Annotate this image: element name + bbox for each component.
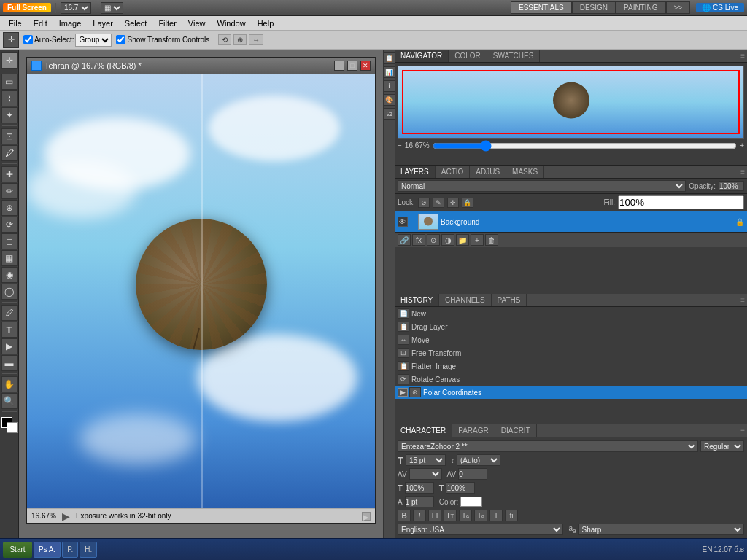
scale-h-input[interactable] xyxy=(405,482,434,494)
panel-menu-btn-4[interactable]: ≡ xyxy=(738,424,747,437)
tab-character[interactable]: CHARACTER xyxy=(395,424,452,437)
lock-transparent-btn[interactable]: ⊘ xyxy=(418,198,430,208)
panel-menu-btn-3[interactable]: ≡ xyxy=(738,294,747,306)
tab-essentials[interactable]: ESSENTIALS xyxy=(511,1,572,14)
tab-more[interactable]: >> xyxy=(666,1,691,14)
menu-image[interactable]: Image xyxy=(53,18,88,29)
zoom-minus[interactable]: − xyxy=(398,141,402,149)
font-family-select[interactable]: EntezareZohoor 2 ** xyxy=(398,440,698,452)
taskbar-app-2[interactable]: P. xyxy=(62,542,78,558)
start-button[interactable]: Start xyxy=(3,542,32,558)
cs-live-button[interactable]: 🌐 CS Live xyxy=(696,3,744,12)
tab-diacritic[interactable]: DIACRIT xyxy=(495,424,537,437)
window-close-button[interactable]: ✕ xyxy=(360,61,371,71)
blend-mode-select[interactable]: Normal xyxy=(398,180,686,192)
layer-visibility-toggle[interactable]: 👁 xyxy=(398,217,408,227)
frac-btn[interactable]: fi xyxy=(505,510,518,521)
tab-adjust[interactable]: ADJUS xyxy=(470,166,506,178)
fill-input[interactable] xyxy=(618,195,744,209)
history-item-drag[interactable]: 📋 Drag Layer xyxy=(395,320,747,333)
menu-file[interactable]: File xyxy=(3,18,28,29)
tab-masks[interactable]: MASKS xyxy=(506,166,544,178)
zoom-plus[interactable]: + xyxy=(740,141,744,149)
superscript-btn[interactable]: Ta xyxy=(459,510,472,521)
strikethrough-btn[interactable]: T xyxy=(489,510,503,521)
window-maximize-button[interactable]: □ xyxy=(347,61,357,71)
lock-all-btn[interactable]: 🔒 xyxy=(462,198,473,208)
history-item-transform[interactable]: ⊡ Free Transform xyxy=(395,346,747,359)
font-style-select[interactable]: Regular xyxy=(700,440,744,452)
gradient-tool[interactable]: ▦ xyxy=(1,250,18,266)
menu-view[interactable]: View xyxy=(182,18,212,29)
marquee-tool[interactable]: ▭ xyxy=(1,74,18,90)
histogram-toggle[interactable]: 📊 xyxy=(384,66,395,78)
new-group-btn[interactable]: 📁 xyxy=(456,234,469,246)
eyedropper-tool[interactable]: 🖍 xyxy=(1,145,18,161)
new-adjustment-btn[interactable]: ◑ xyxy=(441,234,454,246)
menu-filter[interactable]: Filter xyxy=(152,18,182,29)
layers-toggle[interactable]: 🗂 xyxy=(384,108,395,120)
move-tool-options[interactable]: ✛ xyxy=(3,32,19,48)
blur-tool[interactable]: ◉ xyxy=(1,267,18,283)
navigator-toggle[interactable]: 📋 xyxy=(384,52,395,64)
taskbar-app-3[interactable]: H. xyxy=(80,542,97,558)
transform-icon-1[interactable]: ⟲ xyxy=(218,34,231,45)
lock-position-btn[interactable]: ✛ xyxy=(447,198,459,208)
bold-btn[interactable]: B xyxy=(398,510,411,521)
transform-icon-3[interactable]: ↔ xyxy=(249,34,263,45)
history-brush-tool[interactable]: ⟳ xyxy=(1,217,18,233)
tab-action[interactable]: ACTIO xyxy=(436,166,471,178)
foreground-background-colors[interactable] xyxy=(1,417,18,433)
app-logo[interactable]: Full Screen xyxy=(3,3,51,12)
canvas-image[interactable] xyxy=(27,74,375,508)
show-transform-checkbox[interactable] xyxy=(116,35,125,44)
tab-paths[interactable]: PATHS xyxy=(492,294,527,306)
auto-select-dropdown[interactable]: Group Layer xyxy=(75,34,112,47)
add-style-btn[interactable]: fx xyxy=(412,234,425,246)
lock-image-btn[interactable]: ✎ xyxy=(433,198,444,208)
history-item-flatten[interactable]: 📋 Flatten Image xyxy=(395,359,747,373)
baseline-input[interactable] xyxy=(405,496,434,508)
auto-select-checkbox[interactable] xyxy=(23,35,33,44)
tab-layers[interactable]: LAYERS xyxy=(395,166,436,178)
eraser-tool[interactable]: ◻ xyxy=(1,233,18,249)
language-select[interactable]: English: USA xyxy=(398,524,563,535)
clone-tool[interactable]: ⊕ xyxy=(1,200,18,216)
lasso-tool[interactable]: ⌇ xyxy=(1,90,18,106)
anti-alias-select[interactable]: Sharp xyxy=(578,524,744,535)
type-tool[interactable]: T xyxy=(1,322,18,338)
layer-row-background[interactable]: 👁 Background 🔒 xyxy=(395,211,747,232)
menu-select[interactable]: Select xyxy=(119,18,153,29)
menu-help[interactable]: Help xyxy=(252,18,280,29)
healing-tool[interactable]: ✚ xyxy=(1,166,18,182)
font-size-select[interactable]: 15 pt xyxy=(406,454,446,466)
tracking-input[interactable] xyxy=(458,468,487,480)
tab-channels[interactable]: CHANNELS xyxy=(439,294,491,306)
hand-tool[interactable]: ✋ xyxy=(1,376,18,392)
tab-color[interactable]: COLOR xyxy=(449,50,487,62)
history-item-polar[interactable]: ▶ ⊛ Polar Coordinates xyxy=(395,386,747,399)
tab-history[interactable]: HISTORY xyxy=(395,294,439,306)
new-layer-btn[interactable]: + xyxy=(471,234,484,246)
color-toggle[interactable]: 🎨 xyxy=(384,94,395,106)
leading-select[interactable]: (Auto) xyxy=(457,454,500,466)
brush-tool[interactable]: ✏ xyxy=(1,183,18,199)
italic-btn[interactable]: I xyxy=(413,510,426,521)
transform-icon-2[interactable]: ⊕ xyxy=(233,34,247,45)
magic-wand-tool[interactable]: ✦ xyxy=(1,107,18,123)
scale-v-input[interactable] xyxy=(446,482,475,494)
tab-design[interactable]: DESIGN xyxy=(572,1,616,14)
opacity-input[interactable] xyxy=(719,181,744,191)
shape-tool[interactable]: ▬ xyxy=(1,355,18,371)
menu-window[interactable]: Window xyxy=(212,18,252,29)
tab-navigator[interactable]: NAVIGATOR xyxy=(395,50,449,62)
zoom-tool[interactable]: 🔍 xyxy=(1,393,18,409)
image-size-select[interactable]: 16.7 xyxy=(61,2,91,14)
taskbar-app-photoshop[interactable]: Ps A. xyxy=(34,542,61,558)
history-item-move[interactable]: ↔ Move xyxy=(395,333,747,346)
info-toggle[interactable]: ℹ xyxy=(384,80,395,92)
kerning-select[interactable] xyxy=(409,468,442,480)
delete-layer-btn[interactable]: 🗑 xyxy=(485,234,498,246)
view-select[interactable]: ▦ xyxy=(101,2,123,14)
tab-paragraph[interactable]: PARAGR xyxy=(452,424,495,437)
